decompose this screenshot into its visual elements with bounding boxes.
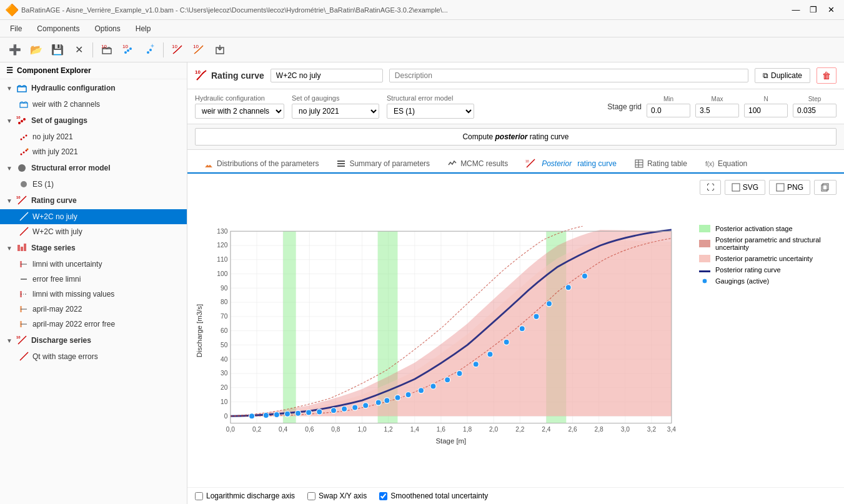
menu-file[interactable]: File (2, 22, 29, 36)
stage-grid-min-input[interactable] (647, 104, 690, 117)
sidebar-item-w2c-no-july[interactable]: W+2C no july (0, 209, 187, 224)
sidebar-section-gaugings-header[interactable]: ▼ 10 Set of gaugings (0, 112, 187, 129)
sidebar-item-no-july[interactable]: no july 2021 (0, 129, 187, 144)
sidebar-section-hydraulic-header[interactable]: ▼ Hydraulic configuration (0, 79, 187, 97)
stage-grid-n-input[interactable] (744, 104, 788, 117)
sidebar-item-label-no-july: no july 2021 (32, 132, 73, 141)
log-discharge-checkbox[interactable]: Logarithmic discharge axis (195, 492, 295, 500)
tab-summary[interactable]: Summary of parameters (327, 155, 439, 174)
toolbar-new[interactable]: ➕ (5, 40, 25, 60)
hydraulic-config-select[interactable]: weir with 2 channels (195, 104, 284, 119)
sidebar-section-rating-header[interactable]: ▼ 10 Rating curve (0, 192, 187, 209)
copy-button[interactable] (814, 180, 837, 195)
maximize-button[interactable]: ❐ (805, 3, 822, 17)
svg-text:120: 120 (217, 242, 227, 249)
svg-point-96 (363, 403, 369, 408)
svg-icon (732, 183, 740, 192)
svg-rect-38 (337, 163, 345, 164)
sidebar-item-es1[interactable]: ES (1) (0, 177, 187, 192)
parametric-swatch (699, 255, 710, 262)
structural-error-select[interactable]: ES (1) (387, 104, 474, 119)
toolbar-gaugings[interactable]: 10 (118, 40, 138, 60)
svg-text:10: 10 (195, 69, 201, 75)
chart-legend: Posterior activation stage Posterior par… (699, 200, 837, 476)
hydraulic-config-group: Hydraulic configuration weir with 2 chan… (195, 94, 284, 119)
menu-options[interactable]: Options (87, 22, 127, 36)
sidebar-item-label-april-may: april-may 2022 (32, 305, 82, 314)
png-export-button[interactable]: PNG (769, 180, 810, 195)
svg-point-94 (342, 406, 347, 412)
fullscreen-button[interactable]: ⛶ (700, 180, 721, 195)
svg-text:0,6: 0,6 (305, 426, 314, 433)
structural-error-group: Structural error model ES (1) (387, 94, 474, 119)
gaugings-select[interactable]: no july 2021 (292, 104, 379, 119)
sidebar-item-limni-missing[interactable]: limni with missing values (0, 287, 187, 302)
tab-mcmc[interactable]: MCMC results (439, 155, 517, 174)
rating-curve-name-input[interactable] (271, 69, 383, 82)
gaugings-legend-label: Gaugings (active) (715, 277, 769, 285)
swap-xy-checkbox[interactable]: Swap X/Y axis (307, 492, 367, 500)
smoothened-checkbox[interactable]: Smoothened total uncertainty (379, 492, 488, 500)
svg-rect-13 (20, 103, 27, 107)
svg-text:3,0: 3,0 (621, 426, 630, 433)
sidebar-item-label-es1: ES (1) (32, 180, 54, 189)
sidebar-section-structural-header[interactable]: ▼ Structural error model (0, 159, 187, 177)
svg-text:10: 10 (221, 398, 228, 405)
close-button[interactable]: ✕ (823, 3, 839, 17)
parametric-label: Posterior parametric uncertainty (715, 255, 813, 262)
duplicate-button[interactable]: ⧉ Duplicate (755, 68, 810, 83)
sidebar-label-structural: Structural error model (31, 164, 111, 172)
minimize-button[interactable]: — (788, 3, 804, 17)
sidebar-item-w2c-with-july[interactable]: W+2C with july (0, 224, 187, 239)
limni-missing-icon (19, 289, 29, 299)
log-discharge-input[interactable] (195, 492, 203, 500)
sidebar-label-discharge: Discharge series (31, 336, 91, 345)
svg-point-20 (26, 135, 27, 137)
parametric-structural-label: Posterior parametric and structural unce… (715, 236, 837, 251)
toolbar-rating[interactable]: 10 (167, 40, 187, 60)
svg-text:90: 90 (221, 285, 228, 292)
toolbar-open[interactable]: 📂 (26, 40, 46, 60)
gaugings-group: Set of gaugings no july 2021 (292, 94, 379, 119)
sidebar-item-april-may[interactable]: april-may 2022 (0, 302, 187, 317)
toolbar-hydraulic[interactable]: 10 (97, 40, 117, 60)
gaugings-label: Set of gaugings (292, 94, 379, 102)
svg-point-87 (263, 413, 269, 418)
delete-button[interactable]: 🗑 (817, 67, 837, 84)
svg-point-95 (352, 405, 358, 410)
hydraulic-config-icon (16, 82, 27, 94)
toolbar-close[interactable]: ✕ (69, 40, 89, 60)
sidebar-item-qt-stage[interactable]: Qt with stage errors (0, 349, 187, 364)
rating-curve-description-input[interactable] (389, 69, 748, 82)
sidebar-item-limni-uncertainty[interactable]: limni with uncertainty (0, 257, 187, 272)
tab-rating-table[interactable]: Rating table (625, 155, 696, 174)
toolbar-add-gauging[interactable]: + (139, 40, 159, 60)
hamburger-icon: ☰ (6, 66, 13, 75)
tab-equation[interactable]: f(x) Equation (696, 155, 756, 174)
swap-xy-input[interactable] (307, 492, 315, 500)
toolbar-export[interactable] (210, 40, 230, 60)
n-label: N (763, 96, 768, 102)
png-icon (776, 183, 785, 192)
tab-distributions[interactable]: Distributions of the parameters (195, 155, 327, 174)
svg-point-105 (473, 362, 479, 367)
stage-grid-step-input[interactable] (793, 104, 837, 117)
sidebar-item-april-may-ef[interactable]: april-may 2022 error free (0, 317, 187, 332)
toolbar-discharge[interactable]: 10 (189, 40, 209, 60)
window-controls: — ❐ ✕ (788, 3, 839, 17)
sidebar-section-discharge-header[interactable]: ▼ 10 Discharge series (0, 332, 187, 349)
menu-components[interactable]: Components (29, 22, 87, 36)
sidebar-item-weir-2ch[interactable]: weir with 2 channels (0, 97, 187, 112)
compute-button[interactable]: Compute posterior rating curve (195, 128, 837, 146)
sidebar-item-with-july[interactable]: with july 2021 (0, 144, 187, 159)
svg-rect-83 (283, 231, 295, 423)
toolbar-save[interactable]: 💾 (47, 40, 67, 60)
sidebar-item-error-free[interactable]: error free limni (0, 272, 187, 287)
smoothened-input[interactable] (379, 492, 387, 500)
tab-posterior-rc[interactable]: 10 Posterior rating curve (517, 155, 625, 174)
svg-export-button[interactable]: SVG (725, 180, 765, 195)
sidebar-section-stage-header[interactable]: ▼ Stage series (0, 239, 187, 257)
svg-text:130: 130 (217, 228, 227, 235)
menu-help[interactable]: Help (128, 22, 159, 36)
stage-grid-max-input[interactable] (695, 104, 739, 117)
